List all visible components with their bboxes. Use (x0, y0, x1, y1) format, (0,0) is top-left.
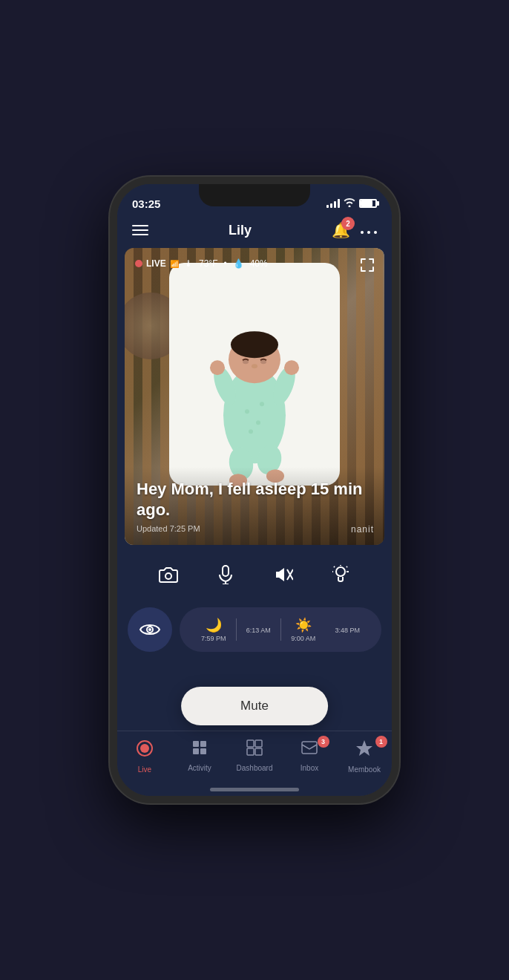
svg-line-29 (334, 566, 335, 567)
day-end-time: 3:48 PM (335, 627, 360, 634)
svg-point-7 (210, 360, 225, 375)
dashboard-nav-icon (246, 739, 263, 761)
svg-line-32 (347, 566, 347, 567)
page-title: Lily (229, 223, 252, 238)
svg-rect-39 (193, 748, 199, 754)
nav-inbox[interactable]: 3 Inbox (286, 739, 334, 772)
morning-time: 6:13 AM (246, 627, 271, 634)
silent-button (110, 281, 111, 307)
inbox-nav-icon (301, 739, 318, 761)
membook-nav-label: Membook (348, 765, 381, 774)
phone-body: 03:25 (110, 177, 399, 803)
camera-message: Hey Mom, I fell asleep 15 min ago. Updat… (125, 467, 384, 545)
volume-up-button (110, 318, 111, 359)
membook-badge: 1 (375, 736, 387, 748)
inbox-badge: 3 (318, 736, 329, 748)
svg-point-20 (260, 402, 264, 406)
activity-nav-label: Activity (188, 764, 211, 772)
signal-bars-small: 📶 (170, 260, 179, 268)
svg-point-17 (245, 409, 249, 414)
mute-overlay: Mute (181, 687, 328, 725)
signal-bars-icon (326, 199, 340, 208)
svg-rect-44 (255, 748, 262, 755)
timeline-night-segment: 🌙 7:59 PM (191, 617, 236, 642)
humidity-icon: 💧 (233, 258, 244, 269)
header-right: 🔔 2 (332, 221, 377, 239)
timeline-day-segment: ☀️ 9:00 AM (281, 617, 326, 642)
live-nav-label: Live (138, 765, 151, 774)
svg-rect-43 (247, 748, 254, 755)
nav-membook[interactable]: 1 Membook (341, 739, 389, 774)
svg-rect-41 (247, 740, 254, 747)
sun-icon: ☀️ (295, 617, 312, 633)
bottom-nav: Live Activity (117, 731, 392, 796)
svg-marker-46 (356, 740, 372, 756)
camera-feed[interactable]: LIVE 📶 🌡 73°F • 💧 40% (125, 248, 384, 545)
timeline-morning-segment: 6:13 AM (237, 625, 281, 634)
temperature-display: 73°F (199, 258, 217, 269)
controls-row (117, 545, 392, 604)
app-content: Lily 🔔 2 (117, 184, 392, 796)
wifi-icon (344, 197, 355, 209)
eye-button[interactable] (128, 607, 172, 652)
nav-live[interactable]: Live (121, 739, 169, 774)
svg-point-2 (374, 231, 377, 234)
svg-point-34 (148, 628, 151, 631)
svg-rect-37 (193, 741, 199, 747)
notifications-button[interactable]: 🔔 2 (332, 221, 350, 239)
status-icons (326, 192, 377, 209)
svg-rect-40 (200, 748, 206, 754)
nav-dashboard[interactable]: Dashboard (231, 739, 279, 772)
activity-nav-icon (191, 739, 208, 761)
status-time: 03:25 (132, 192, 160, 210)
svg-rect-42 (255, 740, 262, 747)
membook-nav-icon (355, 739, 374, 762)
more-button[interactable] (361, 223, 377, 238)
svg-rect-22 (223, 566, 229, 576)
svg-rect-45 (302, 742, 317, 754)
svg-point-0 (361, 231, 364, 234)
humidity-dot: • (223, 258, 226, 269)
inbox-nav-label: Inbox (301, 764, 318, 772)
day-start-time: 9:00 AM (291, 635, 315, 642)
sleep-tracker-row: 🌙 7:59 PM 6:13 AM ☀️ 9:00 AM (117, 607, 392, 652)
svg-point-16 (252, 364, 257, 368)
night-start-time: 7:59 PM (201, 635, 226, 642)
svg-point-27 (336, 567, 345, 576)
live-badge: LIVE 📶 (135, 258, 179, 269)
battery-icon (359, 199, 377, 208)
nanit-watermark: nanit (351, 524, 374, 535)
notch (199, 184, 310, 206)
home-indicator (210, 788, 299, 791)
notification-badge: 2 (341, 217, 355, 230)
mute-button[interactable]: Mute (181, 687, 328, 725)
camera-updated-text: Updated 7:25 PM (137, 524, 372, 533)
phone-frame: 03:25 (0, 0, 509, 980)
menu-button[interactable] (132, 225, 148, 235)
volume-down-button (110, 366, 111, 407)
live-dot (135, 260, 142, 267)
timeline-container[interactable]: 🌙 7:59 PM 6:13 AM ☀️ 9:00 AM (180, 607, 381, 652)
env-info: 🌡 73°F • 💧 40% (184, 258, 268, 269)
dashboard-nav-label: Dashboard (237, 764, 273, 772)
humidity-display: 40% (250, 258, 268, 269)
moon-icon: 🌙 (206, 617, 222, 633)
svg-point-9 (284, 360, 299, 375)
svg-point-5 (231, 331, 278, 358)
light-button[interactable] (324, 558, 357, 591)
thermometer-icon: 🌡 (184, 258, 193, 269)
live-nav-icon (135, 739, 154, 762)
svg-point-21 (165, 573, 171, 579)
fullscreen-button[interactable] (361, 258, 374, 275)
svg-rect-38 (200, 741, 206, 747)
microphone-button[interactable] (209, 558, 242, 591)
svg-point-36 (140, 744, 149, 753)
svg-point-18 (256, 420, 260, 425)
svg-point-1 (367, 231, 370, 234)
live-label: LIVE (146, 258, 166, 269)
sound-toggle-button[interactable] (267, 558, 300, 591)
power-button (398, 303, 399, 347)
timeline-inner: 🌙 7:59 PM 6:13 AM ☀️ 9:00 AM (191, 617, 370, 642)
nav-activity[interactable]: Activity (176, 739, 224, 772)
camera-screenshot-button[interactable] (152, 558, 185, 591)
